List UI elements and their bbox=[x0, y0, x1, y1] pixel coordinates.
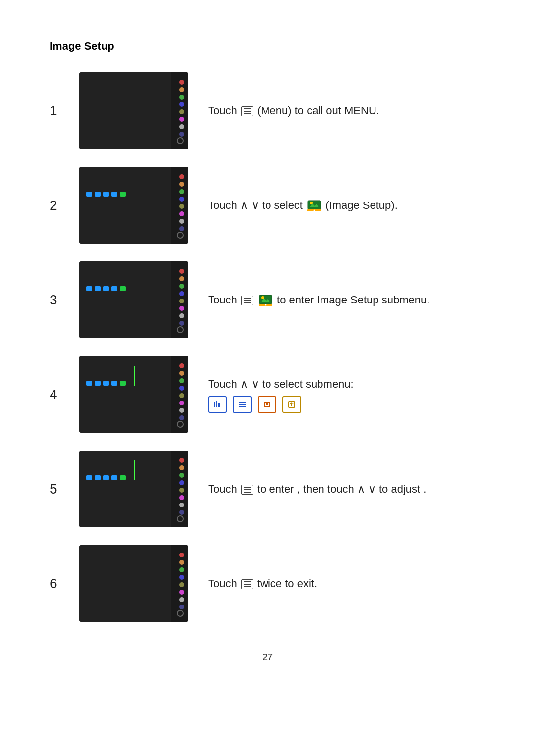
svg-rect-11 bbox=[216, 401, 217, 407]
step-number: 6 bbox=[50, 576, 79, 592]
svg-rect-5 bbox=[259, 295, 272, 304]
step-text-content: Touch ∧ ∨ to select (Image Setup). bbox=[208, 199, 398, 211]
touch-label: Touch bbox=[208, 577, 240, 590]
steps-container: 1Touch (Menu) to call out MENU.2Touch ∧ … bbox=[50, 72, 485, 622]
monitor-image bbox=[79, 356, 188, 433]
step-text-content: Touch to enter Image Setup submenu. bbox=[208, 294, 429, 306]
step-text-content: Touch twice to exit. bbox=[208, 577, 317, 590]
step-row: 4Touch ∧ ∨ to select submenu: bbox=[50, 356, 485, 433]
submenu-icon-v-position bbox=[282, 396, 301, 413]
page-container: Image Setup 1Touch (Menu) to call out ME… bbox=[0, 0, 535, 703]
step-row: 6Touch twice to exit. bbox=[50, 545, 485, 622]
step-row: 2Touch ∧ ∨ to select (Image Setup). bbox=[50, 167, 485, 244]
submenu-icon-h-position bbox=[258, 396, 276, 413]
step-number: 4 bbox=[50, 387, 79, 403]
image-setup-text: Image Setup submenu. bbox=[314, 294, 430, 306]
svg-point-9 bbox=[265, 304, 266, 306]
monitor-image bbox=[79, 261, 188, 338]
submenu-icons-row bbox=[208, 396, 485, 413]
submenu-icon-phase bbox=[233, 396, 252, 413]
svg-rect-10 bbox=[214, 402, 215, 407]
step-number: 5 bbox=[50, 481, 79, 497]
step-instruction: Touch twice to exit. bbox=[208, 575, 485, 592]
step-number: 1 bbox=[50, 103, 79, 119]
touch-label: Touch bbox=[208, 294, 240, 306]
svg-rect-17 bbox=[266, 403, 268, 405]
svg-point-2 bbox=[310, 202, 313, 204]
image-setup-icon bbox=[259, 295, 272, 306]
monitor-image bbox=[79, 451, 188, 527]
step-text-line: Touch ∧ ∨ to select submenu: bbox=[208, 376, 485, 392]
rest-text: to enter , then touch ∧ ∨ to adjust . bbox=[257, 483, 426, 495]
svg-rect-0 bbox=[308, 201, 321, 209]
step-text-content: Touch to enter , then touch ∧ ∨ to adjus… bbox=[208, 483, 426, 495]
touch-label: Touch bbox=[208, 104, 240, 117]
step-row: 3Touch to enter Image Setup submenu. bbox=[50, 261, 485, 338]
svg-rect-12 bbox=[218, 403, 220, 407]
rest-text: (Menu) to call out MENU. bbox=[257, 104, 379, 117]
step-number: 2 bbox=[50, 198, 79, 213]
rest-text: (Image Setup). bbox=[325, 199, 398, 211]
arrow-text: ∧ ∨ to select bbox=[240, 199, 306, 211]
menu-icon bbox=[241, 106, 253, 116]
submenu-icon-pixel-clock bbox=[208, 396, 227, 413]
rest-text: twice to exit. bbox=[257, 577, 317, 590]
page-number: 27 bbox=[50, 652, 485, 663]
step-instruction: Touch ∧ ∨ to select (Image Setup). bbox=[208, 197, 485, 213]
svg-point-7 bbox=[261, 296, 264, 299]
step-text-content: Touch (Menu) to call out MENU. bbox=[208, 104, 379, 117]
section-title: Image Setup bbox=[50, 40, 485, 52]
menu-icon bbox=[241, 485, 253, 495]
step-instruction: Touch (Menu) to call out MENU. bbox=[208, 102, 485, 119]
menu-icon bbox=[241, 579, 253, 589]
step-instruction: Touch ∧ ∨ to select submenu: bbox=[208, 376, 485, 413]
step-row: 5Touch to enter , then touch ∧ ∨ to adju… bbox=[50, 451, 485, 527]
monitor-image bbox=[79, 167, 188, 244]
step-number: 3 bbox=[50, 292, 79, 308]
monitor-image bbox=[79, 72, 188, 149]
step-instruction: Touch to enter Image Setup submenu. bbox=[208, 292, 485, 308]
svg-point-4 bbox=[314, 210, 315, 211]
touch-label: Touch bbox=[208, 199, 240, 211]
monitor-image bbox=[79, 545, 188, 622]
menu-icon bbox=[241, 296, 253, 305]
touch-label: Touch bbox=[208, 483, 240, 495]
step-row: 1Touch (Menu) to call out MENU. bbox=[50, 72, 485, 149]
image-setup-icon bbox=[307, 200, 321, 212]
rest-text: to enter bbox=[277, 294, 314, 306]
step-instruction: Touch to enter , then touch ∧ ∨ to adjus… bbox=[208, 481, 485, 497]
